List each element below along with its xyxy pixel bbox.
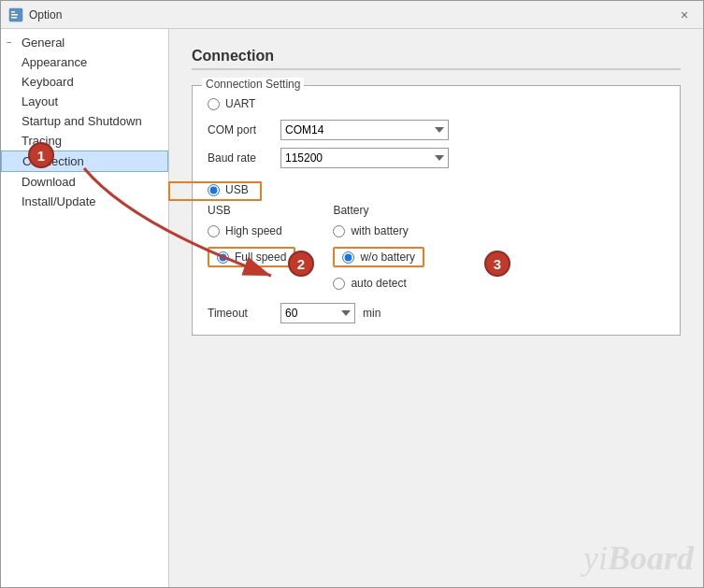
wo-battery-radio[interactable] bbox=[342, 251, 354, 264]
with-battery-label: with battery bbox=[351, 224, 408, 237]
full-speed-highlight: Full speed bbox=[208, 247, 295, 267]
sidebar: − General Appearance Keyboard Layout Sta… bbox=[1, 29, 169, 587]
full-speed-row: Full speed bbox=[208, 247, 295, 267]
high-speed-label: High speed bbox=[225, 224, 282, 237]
usb-column: USB High speed Full speed bbox=[208, 204, 295, 295]
timeout-select[interactable]: 30 60 120 180 bbox=[280, 303, 355, 323]
com-port-label: COM port bbox=[208, 123, 273, 136]
svg-rect-3 bbox=[11, 17, 17, 19]
com-port-select[interactable]: COM14 bbox=[280, 120, 449, 140]
sidebar-item-install[interactable]: Install/Update bbox=[1, 192, 168, 211]
sidebar-item-general[interactable]: − General bbox=[1, 33, 168, 52]
usb-col-title: USB bbox=[208, 204, 295, 217]
watermark: yiBoard bbox=[583, 538, 694, 578]
uart-radio[interactable] bbox=[208, 98, 220, 110]
option-window: Option × − General Appearance Keyboard L… bbox=[0, 0, 704, 588]
main-panel: Connection Connection Setting UART COM p… bbox=[169, 29, 703, 587]
full-speed-label: Full speed bbox=[235, 251, 286, 264]
wo-battery-row: w/o battery bbox=[333, 247, 424, 267]
baud-rate-select[interactable]: 9600 19200 38400 57600 115200 bbox=[280, 148, 449, 168]
baud-rate-label: Baud rate bbox=[208, 151, 273, 165]
high-speed-row: High speed bbox=[208, 224, 295, 237]
sidebar-item-connection[interactable]: Connection bbox=[1, 151, 168, 172]
high-speed-radio[interactable] bbox=[208, 225, 220, 237]
page-title: Connection bbox=[192, 48, 681, 70]
full-speed-radio[interactable] bbox=[217, 251, 229, 264]
group-title: Connection Setting bbox=[202, 78, 304, 91]
wo-battery-label: w/o battery bbox=[360, 251, 415, 264]
window-icon bbox=[8, 7, 23, 22]
com-port-row: COM port COM14 bbox=[208, 120, 665, 140]
timeout-label: Timeout bbox=[208, 307, 273, 320]
baud-rate-row: Baud rate 9600 19200 38400 57600 115200 bbox=[208, 148, 665, 168]
auto-detect-radio[interactable] bbox=[333, 278, 345, 290]
wo-battery-highlight: w/o battery bbox=[333, 247, 424, 267]
usb-battery-section: USB High speed Full speed bbox=[208, 204, 665, 295]
sidebar-item-layout[interactable]: Layout bbox=[1, 92, 168, 111]
close-button[interactable]: × bbox=[673, 4, 696, 26]
sidebar-item-tracing[interactable]: Tracing bbox=[1, 131, 168, 151]
usb-radio-row: USB bbox=[208, 183, 665, 196]
window-title: Option bbox=[29, 8, 62, 22]
with-battery-row: with battery bbox=[333, 224, 424, 237]
sidebar-item-startup[interactable]: Startup and Shutdown bbox=[1, 111, 168, 131]
auto-detect-label: auto detect bbox=[351, 277, 406, 290]
uart-radio-row: UART bbox=[208, 97, 665, 110]
with-battery-radio[interactable] bbox=[333, 225, 345, 237]
battery-col-title: Battery bbox=[333, 204, 424, 217]
uart-label: UART bbox=[225, 97, 255, 110]
expand-icon: − bbox=[7, 37, 18, 48]
battery-column: Battery with battery w/o battery bbox=[333, 204, 424, 295]
sidebar-item-download[interactable]: Download bbox=[1, 172, 168, 192]
timeout-unit: min bbox=[363, 307, 381, 320]
svg-rect-1 bbox=[11, 11, 15, 13]
sidebar-item-appearance[interactable]: Appearance bbox=[1, 52, 168, 72]
auto-detect-row: auto detect bbox=[333, 277, 424, 290]
connection-settings-group: Connection Setting UART COM port COM14 B… bbox=[192, 85, 681, 336]
usb-radio[interactable] bbox=[208, 184, 220, 196]
timeout-row: Timeout 30 60 120 180 min bbox=[208, 303, 665, 323]
title-bar: Option × bbox=[1, 1, 703, 29]
content-area: − General Appearance Keyboard Layout Sta… bbox=[1, 29, 703, 587]
title-bar-left: Option bbox=[8, 7, 62, 22]
svg-rect-2 bbox=[11, 14, 18, 16]
sidebar-item-keyboard[interactable]: Keyboard bbox=[1, 72, 168, 92]
usb-label: USB bbox=[225, 183, 249, 196]
